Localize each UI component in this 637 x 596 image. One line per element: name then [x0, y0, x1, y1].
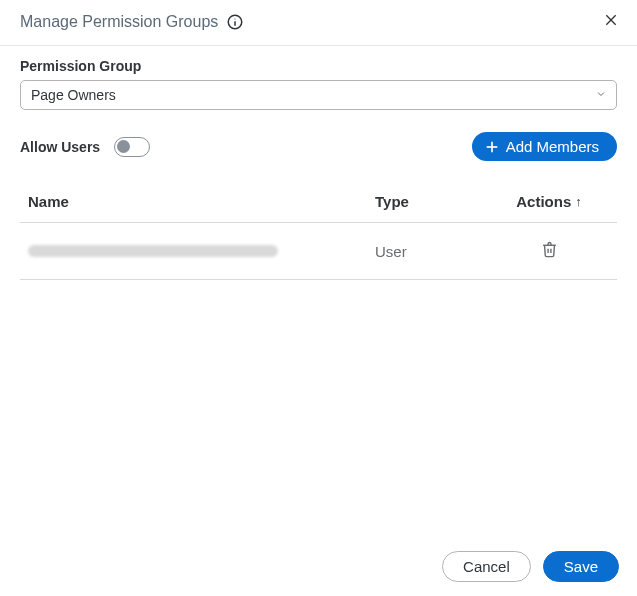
- members-table: Name Type Actions ↑ User: [20, 181, 617, 280]
- add-members-button[interactable]: Add Members: [472, 132, 617, 161]
- allow-users-label: Allow Users: [20, 139, 100, 155]
- dialog-title: Manage Permission Groups: [20, 13, 218, 31]
- allow-users-group: Allow Users: [20, 137, 150, 157]
- save-button[interactable]: Save: [543, 551, 619, 582]
- cancel-button[interactable]: Cancel: [442, 551, 531, 582]
- column-header-actions[interactable]: Actions ↑: [489, 193, 609, 210]
- dialog-content: Permission Group Page Owners Allow Users…: [0, 46, 637, 280]
- dialog-footer: Cancel Save: [0, 539, 637, 596]
- table-header-row: Name Type Actions ↑: [20, 181, 617, 223]
- permission-group-selected-value: Page Owners: [31, 87, 116, 103]
- column-header-type[interactable]: Type: [369, 193, 489, 210]
- allow-users-toggle[interactable]: [114, 137, 150, 157]
- cell-name: [28, 245, 369, 257]
- cell-actions: [489, 237, 609, 265]
- toggle-knob: [117, 140, 130, 153]
- permission-group-label: Permission Group: [20, 58, 617, 74]
- close-button[interactable]: [599, 10, 623, 33]
- table-row: User: [20, 223, 617, 280]
- svg-point-1: [235, 18, 236, 19]
- cell-type: User: [369, 243, 489, 260]
- dialog-header: Manage Permission Groups: [0, 0, 637, 46]
- redacted-name: [28, 245, 278, 257]
- sort-ascending-icon: ↑: [575, 194, 582, 209]
- add-members-label: Add Members: [506, 138, 599, 155]
- column-header-actions-label: Actions: [516, 193, 571, 210]
- info-icon[interactable]: [226, 13, 244, 31]
- delete-row-button[interactable]: [537, 237, 562, 265]
- trash-icon: [541, 241, 558, 258]
- plus-icon: [484, 139, 500, 155]
- permission-group-select[interactable]: Page Owners: [20, 80, 617, 110]
- column-header-name[interactable]: Name: [28, 193, 369, 210]
